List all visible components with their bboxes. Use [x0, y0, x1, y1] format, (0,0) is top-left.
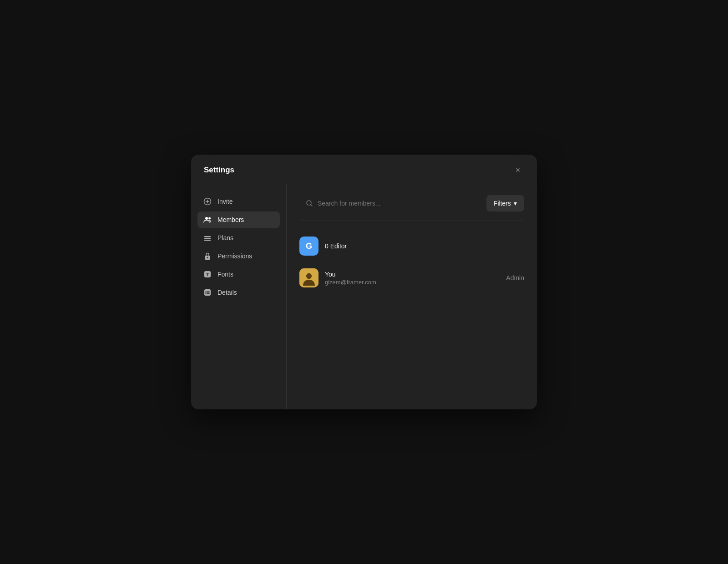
sidebar-item-plans-label: Plans — [217, 234, 233, 242]
content-divider — [299, 221, 524, 221]
sidebar-item-invite[interactable]: Invite — [197, 193, 280, 210]
plus-circle-icon — [203, 197, 212, 206]
sidebar-item-members[interactable]: Members — [197, 212, 280, 228]
sidebar-item-plans[interactable]: Plans — [197, 230, 280, 246]
search-bar: Filters ▾ — [299, 195, 524, 212]
filters-label: Filters — [494, 200, 511, 207]
avatar — [299, 268, 318, 287]
member-info: 0 Editor — [325, 242, 524, 250]
member-info: You gizem@framer.com — [325, 271, 500, 286]
svg-rect-6 — [204, 238, 211, 239]
svg-line-20 — [311, 205, 312, 206]
sidebar-item-permissions-label: Permissions — [217, 252, 252, 260]
search-input-wrapper — [299, 195, 481, 212]
modal-body: Invite Members — [191, 184, 537, 409]
details-icon — [203, 288, 212, 297]
list-item: You gizem@framer.com Admin — [299, 262, 524, 294]
svg-point-9 — [207, 257, 208, 258]
member-name: You — [325, 271, 500, 278]
svg-text:T: T — [206, 272, 209, 277]
avatar: G — [299, 237, 318, 256]
svg-point-13 — [206, 291, 207, 292]
filters-button[interactable]: Filters ▾ — [486, 195, 524, 212]
svg-point-14 — [206, 292, 207, 293]
sidebar: Invite Members — [191, 184, 287, 409]
svg-point-15 — [206, 293, 207, 294]
settings-modal: Settings × Invite — [191, 155, 537, 409]
sidebar-item-details[interactable]: Details — [197, 284, 280, 301]
search-input[interactable] — [318, 200, 475, 207]
main-content: Filters ▾ G 0 Editor — [287, 184, 537, 409]
modal-title: Settings — [204, 166, 234, 175]
svg-point-4 — [208, 217, 211, 220]
avatar-letter: G — [306, 242, 312, 251]
sidebar-item-fonts-label: Fonts — [217, 271, 233, 278]
search-icon — [306, 200, 313, 207]
sidebar-item-permissions[interactable]: Permissions — [197, 248, 280, 264]
member-name: 0 Editor — [325, 242, 524, 250]
members-icon — [203, 215, 212, 224]
sidebar-item-members-label: Members — [217, 216, 244, 223]
lock-icon — [203, 252, 212, 261]
modal-header: Settings × — [191, 155, 537, 184]
sidebar-item-details-label: Details — [217, 289, 237, 296]
svg-point-3 — [205, 217, 208, 220]
list-item: G 0 Editor — [299, 230, 524, 262]
svg-point-22 — [306, 273, 312, 279]
svg-rect-5 — [204, 236, 211, 237]
sidebar-item-invite-label: Invite — [217, 198, 233, 205]
avatar-image — [299, 268, 318, 287]
member-email: gizem@framer.com — [325, 279, 500, 286]
close-button[interactable]: × — [511, 164, 524, 176]
member-role: Admin — [506, 274, 524, 282]
chevron-down-icon: ▾ — [514, 200, 517, 207]
svg-rect-7 — [204, 240, 211, 241]
sidebar-item-fonts[interactable]: T Fonts — [197, 266, 280, 282]
fonts-icon: T — [203, 270, 212, 279]
plans-icon — [203, 233, 212, 242]
members-list: G 0 Editor — [299, 230, 524, 294]
